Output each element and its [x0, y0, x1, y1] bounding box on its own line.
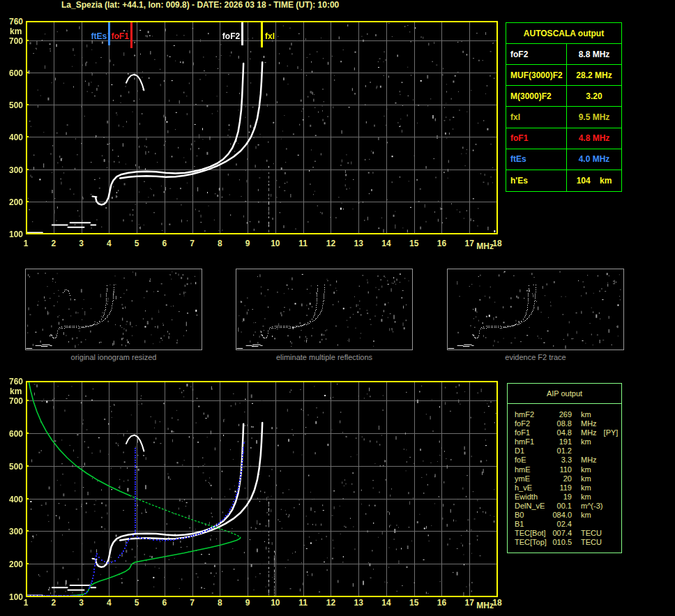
aip-row-unit: km: [581, 465, 591, 474]
y-axis-unit: km: [10, 27, 22, 36]
marker-label-fxI: fxI: [265, 32, 275, 41]
aip-row-value: 3.3: [549, 456, 572, 465]
autoscala-row-label: foF2: [506, 44, 567, 64]
aip-row-value: 01.2: [549, 446, 572, 456]
aip-row-DelN_vE: DelN_vE00.1m^(-3): [508, 502, 621, 511]
x-axis-unit: MHz: [476, 601, 494, 610]
aip-row-value: 084.0: [549, 511, 572, 520]
aip-row-TEC[Top]: TEC[Top]010.5TECU: [508, 538, 621, 547]
autoscala-row-M(3000)F2: M(3000)F23.20: [506, 86, 621, 107]
aip-output-table: AIP output hmF2269kmfoF208.8MHzfoF104.8M…: [507, 383, 622, 553]
aip-row-unit: km: [581, 483, 591, 493]
autoscala-row-MUF(3000)F2: MUF(3000)F228.2 MHz: [506, 65, 621, 86]
aip-row-value: 119: [549, 483, 572, 493]
y-tick-label: 100: [2, 230, 23, 239]
aip-row-unit: TECU: [581, 538, 602, 547]
marker-label-foF1: foF1: [112, 32, 129, 41]
x-tick-label: 6: [154, 599, 175, 608]
x-tick-label: 6: [154, 239, 175, 248]
x-tick-label: 13: [348, 599, 369, 608]
x-tick-label: 10: [265, 239, 286, 248]
autoscala-row-value: 3.20: [567, 86, 621, 106]
y-tick-label: 760: [2, 17, 23, 27]
y-tick-label: 300: [2, 527, 23, 536]
autoscala-row-fxI: fxI9.5 MHz: [506, 107, 621, 128]
x-tick-label: 7: [182, 239, 203, 248]
x-tick-label: 14: [376, 599, 397, 608]
aip-row-label: DelN_vE: [515, 502, 549, 511]
aip-row-label: foE: [515, 456, 549, 465]
aip-row-label: B0: [515, 511, 549, 520]
x-tick-label: 12: [320, 239, 341, 248]
aip-row-unit: km: [581, 493, 591, 502]
aip-row-unit: m^(-3): [581, 502, 602, 511]
y-tick-label: 700: [2, 37, 23, 46]
autoscala-row-foF2: foF28.8 MHz: [506, 44, 621, 65]
x-tick-label: 15: [404, 239, 425, 248]
y-tick-label: 760: [2, 377, 23, 386]
aip-row-B0: B0084.0km: [508, 511, 621, 520]
y-tick-label: 500: [2, 101, 23, 110]
aip-row-foF1: foF104.8MHz[PY]: [508, 428, 621, 437]
aip-row-label: h_vE: [515, 483, 549, 493]
aip-row-label: hmF2: [515, 410, 549, 419]
x-tick-label: 10: [265, 599, 286, 608]
aip-row-label: ymE: [515, 474, 549, 483]
thumbnail-original-ionogram: [25, 269, 202, 350]
y-tick-label: 400: [2, 133, 23, 142]
x-tick-label: 14: [376, 239, 397, 248]
autoscala-row-h'Es: h'Es104 km: [506, 170, 621, 191]
y-tick-label: 600: [2, 430, 23, 439]
aip-table-header: AIP output: [508, 384, 621, 404]
aip-row-value: 010.5: [549, 538, 572, 547]
aip-row-value: 110: [549, 465, 572, 474]
autoscala-row-value: 9.5 MHz: [567, 107, 621, 127]
aip-row-hmF2: hmF2269km: [508, 410, 621, 419]
x-tick-label: 11: [293, 239, 314, 248]
aip-row-D1: D101.2: [508, 446, 621, 456]
x-tick-label: 8: [209, 239, 230, 248]
x-tick-label: 2: [43, 599, 64, 608]
aip-row-foF2: foF208.8MHz: [508, 419, 621, 428]
autoscala-row-label: h'Es: [506, 170, 567, 191]
x-tick-label: 9: [237, 599, 258, 608]
x-tick-label: 16: [431, 239, 452, 248]
autoscala-row-value: 4.8 MHz: [567, 128, 621, 149]
aip-row-label: Ewidth: [515, 493, 549, 502]
autoscala-row-label: ftEs: [506, 149, 567, 170]
aip-row-value: 08.8: [549, 419, 572, 428]
aip-row-value: 02.4: [549, 520, 572, 529]
y-tick-label: 200: [2, 560, 23, 569]
aip-row-hmF1: hmF1191km: [508, 437, 621, 446]
aip-row-value: 007.4: [549, 529, 572, 538]
y-tick-label: 700: [2, 397, 23, 406]
aip-row-unit: km: [581, 511, 591, 520]
aip-row-value: 20: [549, 474, 572, 483]
thumbnail-eliminate-reflections: [236, 269, 413, 350]
autoscala-output-table: AUTOSCALA output foF28.8 MHzMUF(3000)F22…: [506, 22, 622, 192]
y-tick-label: 500: [2, 463, 23, 472]
y-tick-label: 600: [2, 69, 23, 78]
autoscala-row-label: M(3000)F2: [506, 86, 567, 106]
aip-row-value: 269: [549, 410, 572, 419]
aip-row-value: 00.1: [549, 502, 572, 511]
marker-label-ftEs: ftEs: [91, 32, 107, 41]
autoscala-row-value: 28.2 MHz: [567, 65, 621, 85]
x-tick-label: 15: [404, 599, 425, 608]
ionogram-plot-canvas: [26, 21, 498, 234]
aip-row-unit: MHz: [581, 428, 597, 437]
autoscala-row-value: 4.0 MHz: [567, 149, 621, 170]
autoscala-row-ftEs: ftEs4.0 MHz: [506, 149, 621, 170]
aip-row-value: 191: [549, 437, 572, 446]
aip-row-ymE: ymE20km: [508, 474, 621, 483]
autoscala-row-label: foF1: [506, 128, 567, 149]
aip-row-label: TEC[Bot]: [515, 529, 549, 538]
aip-row-unit: km: [581, 410, 591, 419]
autoscala-row-label: MUF(3000)F2: [506, 65, 567, 85]
aip-row-h_vE: h_vE119km: [508, 483, 621, 493]
aip-row-unit: MHz: [581, 456, 597, 465]
aip-row-value: 04.8: [549, 428, 572, 437]
aip-row-Ewidth: Ewidth19km: [508, 493, 621, 502]
aip-row-foE: foE3.3MHz: [508, 456, 621, 465]
thumbnail-evidence-f2-trace: [447, 269, 624, 350]
